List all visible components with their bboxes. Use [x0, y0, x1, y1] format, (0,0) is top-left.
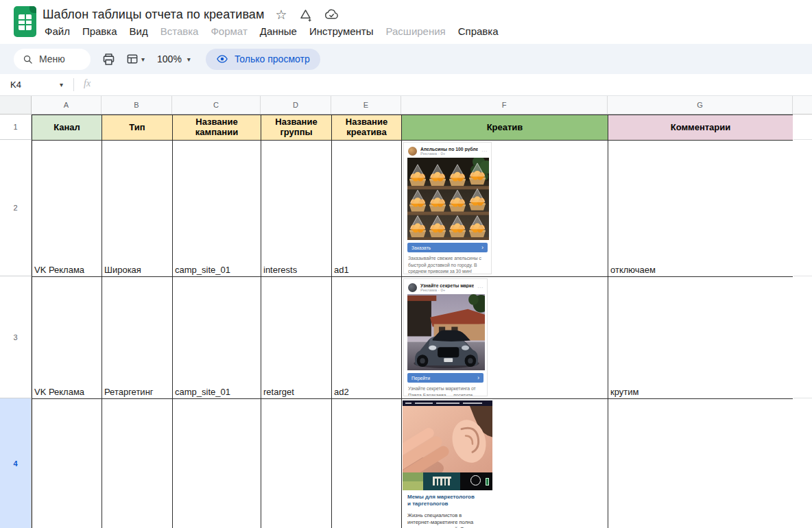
cell-g1[interactable]: Комментарии	[608, 115, 793, 141]
ad-meta: Реклама · 0+	[420, 288, 474, 292]
column-headers: A B C D E F G	[0, 96, 812, 115]
cell-f4[interactable]: Мемы для маркетологов и таргетологов Жиз…	[402, 399, 608, 528]
chevron-down-icon: ▾	[60, 81, 63, 88]
table-icon	[126, 52, 139, 66]
cell-c4[interactable]	[173, 399, 261, 528]
cell-f1[interactable]: Креатив	[402, 115, 608, 141]
ad-body-text: Заказывайте свежие апельсины с быстрой д…	[408, 255, 487, 274]
divider	[73, 78, 74, 91]
chevron-down-icon: ▾	[187, 56, 191, 63]
cell-d4[interactable]	[261, 399, 332, 528]
print-button[interactable]	[102, 52, 116, 67]
menu-tools[interactable]: Инструменты	[303, 24, 380, 38]
menu-edit[interactable]: Правка	[76, 24, 123, 38]
cell-d3[interactable]: retarget	[261, 277, 332, 399]
ad-meme-thumbnails	[403, 472, 492, 490]
document-status-cloud-icon[interactable]	[324, 8, 339, 22]
menu-search-label: Меню	[39, 53, 65, 64]
creative-image-car-ad: Узнайте секреты маркетинга! Реклама · 0+…	[403, 278, 488, 396]
menu-format: Формат	[204, 24, 253, 38]
column-header-a[interactable]: A	[32, 96, 102, 114]
ad-link-title: Мемы для маркетологов и таргетологов	[407, 494, 479, 507]
cell-b2[interactable]: Широкая	[102, 141, 173, 277]
row-header-4-selected[interactable]: 4	[0, 398, 32, 528]
menu-view[interactable]: Вид	[123, 24, 154, 38]
menu-help[interactable]: Справка	[452, 24, 505, 38]
active-cell-reference: K4	[10, 80, 21, 90]
search-icon	[23, 54, 33, 64]
gridline	[793, 139, 812, 140]
spreadsheet-grid: Канал Тип Название кампании Название гру…	[32, 115, 793, 528]
cell-a3[interactable]: VK Реклама	[32, 277, 102, 399]
cell-e2[interactable]: ad1	[332, 141, 402, 277]
printer-icon	[102, 52, 116, 67]
star-icon[interactable]: ☆	[275, 7, 287, 23]
column-header-f[interactable]: F	[401, 96, 608, 114]
add-shortcut-icon[interactable]	[298, 8, 313, 22]
cell-d1[interactable]: Название группы	[261, 115, 332, 141]
menu-insert: Вставка	[154, 24, 205, 38]
cell-c3[interactable]: camp_site_01	[173, 277, 261, 399]
name-box[interactable]: K4 ▾	[0, 74, 71, 95]
ad-body-text: Жизнь специалистов в интернет-маркетинге…	[407, 512, 484, 528]
cell-b4[interactable]	[102, 399, 173, 528]
menu-data[interactable]: Данные	[254, 24, 303, 38]
column-header-h-partial[interactable]	[793, 96, 812, 114]
cell-a1[interactable]: Канал	[32, 115, 102, 141]
ad-avatar	[408, 283, 417, 292]
toolbar: Меню ▾ 100% ▾ Только просмотр	[0, 44, 812, 74]
menu-file[interactable]: Файл	[38, 24, 76, 38]
column-header-e[interactable]: E	[331, 96, 401, 114]
arrow-right-icon: ›	[477, 374, 479, 381]
column-header-g[interactable]: G	[608, 96, 793, 114]
ad-avatar	[408, 147, 417, 156]
ad-cta-button: Перейти ›	[407, 373, 483, 383]
eye-icon	[216, 53, 228, 65]
select-all-corner[interactable]	[0, 96, 32, 115]
more-options-icon: ⋯	[477, 285, 483, 291]
document-title[interactable]: Шаблон таблицы отчета по креативам	[43, 8, 264, 22]
cell-a2[interactable]: VK Реклама	[32, 141, 102, 277]
cell-g2[interactable]: отключаем	[608, 141, 793, 277]
more-options-icon: ⋯	[481, 148, 487, 154]
menu-search-button[interactable]: Меню	[14, 49, 91, 70]
cell-f2[interactable]: Апельсины по 100 рублей за ки... Реклама…	[402, 141, 608, 277]
ad-photo-whisper	[403, 406, 492, 472]
cell-a4[interactable]	[32, 399, 102, 528]
ad-title: Апельсины по 100 рублей за ки...	[420, 147, 478, 152]
menu-extensions: Расширения	[380, 24, 452, 38]
ad-body-text: Узнайте секреты маркетинга от Павла Бара…	[408, 385, 483, 396]
cell-c1[interactable]: Название кампании	[173, 115, 261, 141]
cell-c2[interactable]: camp_site_01	[173, 141, 261, 277]
zoom-control[interactable]: 100% ▾	[157, 53, 191, 64]
gridline	[793, 276, 812, 276]
row-header-2[interactable]: 2	[0, 140, 32, 276]
cell-d2[interactable]: interests	[261, 141, 332, 277]
cell-g3[interactable]: крутим	[608, 277, 793, 399]
chevron-down-icon: ▾	[141, 56, 145, 63]
fx-icon: fx	[84, 78, 91, 89]
view-only-chip[interactable]: Только просмотр	[206, 49, 320, 70]
menu-bar: Файл Правка Вид Вставка Формат Данные Ин…	[38, 24, 505, 38]
cell-e4[interactable]	[332, 399, 402, 528]
row-header-3[interactable]: 3	[0, 276, 32, 398]
column-header-d[interactable]: D	[261, 96, 331, 114]
cell-b3[interactable]: Ретаргетинг	[102, 277, 173, 399]
ad-cta-button: Заказать ›	[407, 243, 488, 252]
cell-f3[interactable]: Узнайте секреты маркетинга! Реклама · 0+…	[402, 277, 608, 399]
ad-photo-oranges	[407, 158, 489, 240]
column-header-c[interactable]: C	[172, 96, 261, 114]
cell-b1[interactable]: Тип	[102, 115, 173, 141]
cell-e1[interactable]: Название креатива	[332, 115, 402, 141]
cell-g4[interactable]	[608, 399, 793, 528]
zoom-value: 100%	[157, 53, 182, 64]
ad-photo-car	[407, 294, 485, 370]
cell-e3[interactable]: ad2	[332, 277, 402, 399]
row-header-1[interactable]: 1	[0, 115, 32, 140]
sheets-logo-icon[interactable]	[14, 6, 36, 37]
column-header-b[interactable]: B	[102, 96, 172, 114]
table-views-button[interactable]: ▾	[126, 52, 145, 66]
ad-title: Узнайте секреты маркетинга!	[420, 283, 474, 288]
google-sheets-app: Шаблон таблицы отчета по креативам ☆ Фай…	[0, 0, 812, 528]
ad-meta: Реклама · 0+	[420, 152, 478, 156]
